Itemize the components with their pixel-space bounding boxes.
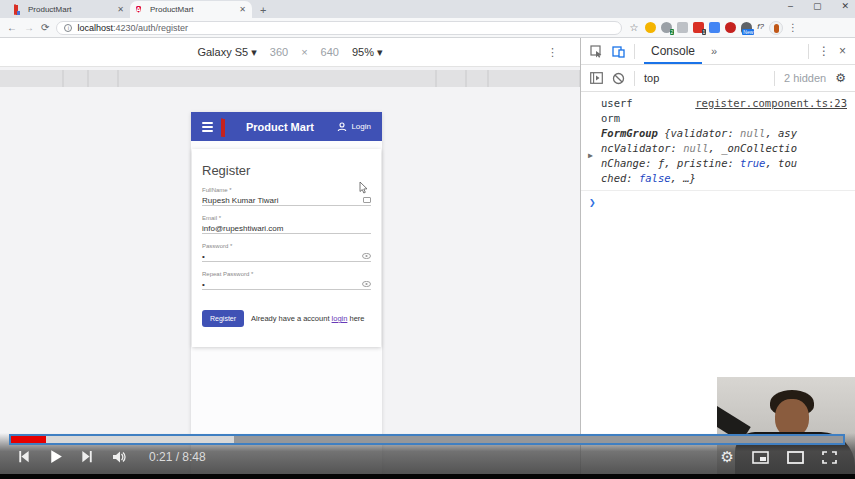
storefront-favicon-icon bbox=[14, 5, 24, 15]
new-tab-button[interactable]: + bbox=[260, 4, 266, 16]
register-card: Register FullName * Rupesh Kumar Tiwari … bbox=[192, 149, 381, 347]
app-header: Product Mart Login bbox=[191, 112, 382, 141]
tab-title: ProductMart bbox=[150, 5, 194, 14]
tab-close-icon[interactable]: ✕ bbox=[239, 5, 246, 14]
play-button[interactable] bbox=[47, 448, 64, 465]
angular-favicon-icon: A bbox=[136, 5, 146, 15]
clear-console-icon[interactable] bbox=[612, 72, 625, 85]
back-button[interactable]: ← bbox=[7, 23, 17, 33]
ruler-segment bbox=[119, 70, 435, 87]
tab-productmart-1[interactable]: ProductMart ✕ bbox=[8, 1, 130, 18]
player-controls-left: 0:21 / 8:48 bbox=[16, 448, 206, 465]
expand-triangle-icon[interactable]: ▶ bbox=[588, 148, 593, 163]
console-settings-gear-icon[interactable]: ⚙ bbox=[835, 71, 846, 85]
chevron-down-icon: ▾ bbox=[377, 46, 383, 58]
more-tabs-icon[interactable]: » bbox=[711, 45, 717, 57]
miniplayer-icon[interactable] bbox=[752, 451, 769, 464]
extension-pencil-icon[interactable] bbox=[709, 22, 720, 33]
person-icon bbox=[337, 122, 347, 132]
hamburger-menu-icon[interactable] bbox=[202, 122, 213, 132]
app-title: Product Mart bbox=[246, 121, 329, 133]
password-field[interactable]: Password * • bbox=[202, 243, 371, 262]
device-emulation-pane: Galaxy S5 ▾ 360 × 640 95% ▾ ⋮ bbox=[0, 38, 580, 479]
minimize-button[interactable]: – bbox=[788, 1, 793, 11]
formgroup-preview[interactable]: FormGroup {validator: null, asyncValidat… bbox=[601, 126, 799, 186]
console-prompt[interactable]: ❯ bbox=[581, 191, 855, 214]
device-toolbar-menu-icon[interactable]: ⋮ bbox=[547, 46, 558, 59]
letterbox-strip bbox=[0, 474, 855, 479]
ruler-segment bbox=[467, 70, 487, 87]
next-button[interactable] bbox=[80, 449, 95, 464]
tab-close-icon[interactable]: ✕ bbox=[117, 5, 124, 14]
maximize-button[interactable]: ▢ bbox=[813, 1, 822, 11]
browser-tabstrip: ProductMart ✕ A ProductMart ✕ + – ▢ ✕ bbox=[0, 0, 855, 18]
ruler-segment bbox=[0, 70, 62, 87]
previous-button[interactable] bbox=[16, 449, 31, 464]
console-sidebar-icon[interactable] bbox=[590, 72, 603, 84]
extension-adblock-icon[interactable] bbox=[725, 22, 736, 33]
repeat-password-field[interactable]: Repeat Password * • bbox=[202, 271, 371, 290]
forward-button[interactable]: → bbox=[24, 23, 34, 33]
hidden-messages-label[interactable]: 2 hidden bbox=[784, 72, 826, 84]
close-window-button[interactable]: ✕ bbox=[841, 1, 849, 11]
devtools-tabbar: Console » ⋮ × bbox=[581, 38, 855, 65]
chrome-menu-icon[interactable]: ⋮ bbox=[788, 22, 798, 33]
ruler-segment bbox=[437, 70, 465, 87]
reload-button[interactable]: ⟳ bbox=[41, 23, 49, 33]
bookmark-star-icon[interactable]: ☆ bbox=[629, 22, 638, 33]
browser-toolbar: ← → ⟳ i localhost:4230/auth/register ☆ 2… bbox=[0, 18, 855, 38]
viewport-height-field[interactable]: 640 bbox=[321, 46, 339, 58]
field-label: Password * bbox=[202, 243, 371, 249]
extension-cloud-icon[interactable]: New bbox=[741, 22, 752, 33]
emulated-viewport: Product Mart Login Register FullName * R… bbox=[191, 112, 382, 479]
fullname-field[interactable]: FullName * Rupesh Kumar Tiwari bbox=[202, 187, 371, 206]
extension-fn-icon[interactable]: f? bbox=[757, 22, 764, 33]
device-toolbar-toggle-icon[interactable] bbox=[612, 45, 625, 58]
eye-icon[interactable] bbox=[362, 281, 371, 287]
devtools-menu-icon[interactable]: ⋮ bbox=[818, 44, 830, 58]
ruler-segment bbox=[64, 70, 87, 87]
source-link[interactable]: register.component.ts:23 bbox=[695, 96, 847, 111]
media-query-ruler[interactable] bbox=[0, 70, 580, 87]
player-controls-right: ⚙ bbox=[721, 448, 837, 466]
eye-icon[interactable] bbox=[362, 253, 371, 259]
login-note: Already have a account login here bbox=[251, 314, 364, 323]
field-label: Email * bbox=[202, 215, 371, 221]
field-label: Repeat Password * bbox=[202, 271, 371, 277]
viewport-width-field[interactable]: 360 bbox=[270, 46, 288, 58]
mouse-cursor-icon bbox=[359, 182, 368, 194]
devtools-close-icon[interactable]: × bbox=[839, 44, 846, 58]
url-path: :4230/auth/register bbox=[113, 23, 188, 33]
productmart-logo-icon bbox=[221, 119, 238, 134]
field-value: Rupesh Kumar Tiwari bbox=[202, 195, 371, 206]
seek-bar[interactable] bbox=[9, 434, 845, 445]
context-select[interactable]: top bbox=[644, 72, 659, 84]
badge: 2 bbox=[670, 29, 675, 35]
field-label: FullName * bbox=[202, 187, 371, 193]
tab-console[interactable]: Console bbox=[644, 38, 702, 64]
field-value: • bbox=[202, 251, 371, 262]
extension-grey-icon[interactable] bbox=[677, 22, 688, 33]
zoom-select[interactable]: 95% ▾ bbox=[352, 46, 383, 59]
inspect-element-icon[interactable] bbox=[590, 45, 603, 58]
volume-icon[interactable] bbox=[111, 449, 127, 465]
extension-red-icon[interactable]: 1 bbox=[693, 22, 704, 33]
tab-productmart-2[interactable]: A ProductMart ✕ bbox=[130, 1, 252, 18]
seek-progress bbox=[11, 436, 46, 443]
site-info-icon[interactable]: i bbox=[64, 24, 72, 32]
register-button[interactable]: Register bbox=[202, 310, 244, 327]
chevron-down-icon: ▾ bbox=[251, 46, 257, 58]
fullscreen-icon[interactable] bbox=[822, 451, 837, 464]
address-bar[interactable]: i localhost:4230/auth/register bbox=[56, 21, 622, 35]
login-link[interactable]: login bbox=[332, 314, 348, 323]
profile-avatar[interactable] bbox=[769, 21, 783, 35]
theater-mode-icon[interactable] bbox=[787, 451, 804, 464]
device-select[interactable]: Galaxy S5 ▾ bbox=[197, 46, 256, 59]
settings-gear-icon[interactable]: ⚙ bbox=[721, 448, 734, 466]
email-field[interactable]: Email * info@rupeshtiwari.com bbox=[202, 215, 371, 234]
badge: 1 bbox=[702, 29, 707, 35]
login-button[interactable]: Login bbox=[337, 122, 371, 132]
keyboard-icon bbox=[363, 197, 371, 203]
extension-moon-icon[interactable] bbox=[645, 22, 656, 33]
extension-search-icon[interactable]: 2 bbox=[661, 22, 672, 33]
